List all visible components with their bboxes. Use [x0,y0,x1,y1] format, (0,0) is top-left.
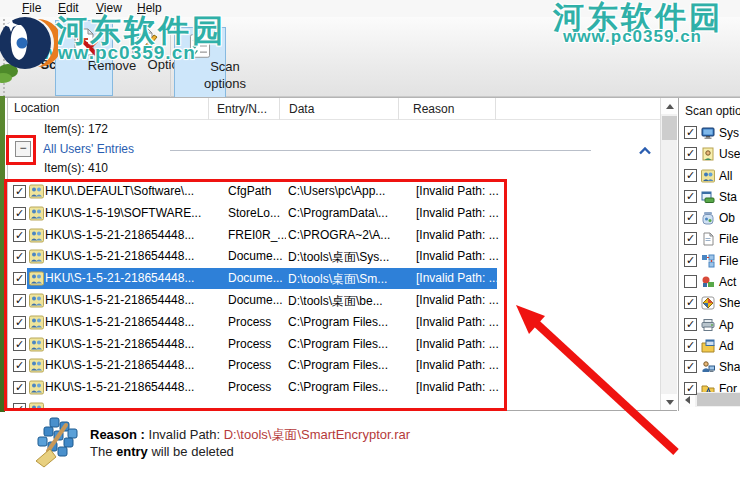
option-label: File [719,254,738,268]
option-checkbox[interactable]: ✓ [684,126,697,139]
column-location[interactable]: Location [14,101,202,115]
file-icon [701,232,715,246]
option-checkbox[interactable]: ✓ [684,382,697,395]
scan-option-item[interactable]: ✓She [679,293,740,314]
toolbar: Scan Remove Options Scan options [0,17,740,97]
row-entry-name: Process [228,380,286,394]
table-row[interactable]: ✓ [8,399,660,411]
row-checkbox[interactable]: ✓ [13,272,26,285]
row-checkbox[interactable]: ✓ [13,229,26,242]
row-location: HKU\S-1-5-21-218654448... [45,358,205,372]
action-text: will be deleted [151,444,233,459]
start-menu-icon [701,190,715,204]
scan-option-item[interactable]: ✓Use [679,144,740,165]
option-checkbox[interactable]: ✓ [684,147,697,160]
row-checkbox[interactable]: ✓ [13,316,26,329]
option-checkbox[interactable]: ✓ [684,169,697,182]
row-reason: [Invalid Path: ... [416,337,506,351]
row-location: HKU\S-1-5-19\SOFTWARE... [45,206,205,220]
scroll-up-button[interactable] [661,98,677,114]
row-checkbox[interactable]: ✓ [13,359,26,372]
registry-entry-icon [29,337,44,352]
app-icon [701,318,715,332]
options-button[interactable]: Options [116,20,170,96]
table-row[interactable]: ✓HKU\S-1-5-21-218654448...ProcessC:\Prog… [8,334,660,356]
row-entry-name: Docume... [228,249,286,263]
scrollbar-thumb[interactable] [662,116,677,140]
option-checkbox[interactable]: ✓ [684,296,697,309]
table-row[interactable]: ✓HKU\S-1-5-21-218654448...FREI0R_...C:\P… [8,225,660,247]
previous-group-count: Item(s): 172 [44,122,108,136]
menu-file[interactable]: File [16,1,47,15]
row-checkbox[interactable]: ✓ [13,338,26,351]
table-row[interactable]: ✓HKU\S-1-5-21-218654448...ProcessC:\Prog… [8,377,660,399]
remove-button[interactable]: Remove [55,20,113,96]
scan-option-item[interactable]: ✓All [679,166,740,187]
table-row[interactable]: ✓HKU\S-1-5-21-218654448...Docume...D:\to… [8,290,660,312]
scan-option-item[interactable]: ✓File [679,229,740,250]
row-checkbox[interactable]: ✓ [13,185,26,198]
registry-entry-icon [29,293,44,308]
row-data: C:\ProgramData\... [288,206,412,220]
registry-entry-icon [29,358,44,373]
option-checkbox[interactable]: ✓ [684,318,697,331]
row-data: C:\Program Files... [288,380,412,394]
option-checkbox[interactable]: ✓ [684,254,697,267]
menu-view[interactable]: View [90,1,128,15]
option-checkbox[interactable] [684,275,697,288]
row-data: C:\Program Files... [288,315,412,329]
scan-option-item[interactable]: ✓Sha [679,357,740,378]
scan-option-item[interactable]: Act [679,272,740,293]
menu-help[interactable]: Help [131,1,168,15]
option-checkbox[interactable]: ✓ [684,339,697,352]
option-checkbox[interactable]: ✓ [684,232,697,245]
row-checkbox[interactable]: ✓ [13,250,26,263]
scan-button[interactable]: Scan [8,20,56,96]
column-reason[interactable]: Reason [398,98,494,120]
scan-results-list: Location Entry/N... Data Reason Item(s):… [7,98,677,411]
row-checkbox[interactable]: ✓ [13,403,26,411]
chevron-up-icon[interactable] [639,144,651,158]
column-data[interactable]: Data [279,98,397,120]
group-collapse-button[interactable]: − [15,141,31,157]
add-remove-icon [701,339,715,353]
table-row[interactable]: ✓HKU\S-1-5-21-218654448...Docume...D:\to… [8,268,660,290]
scan-option-item[interactable]: ✓Sys [679,123,740,144]
option-checkbox[interactable]: ✓ [684,190,697,203]
row-reason: [Invalid Path: ... [416,184,506,198]
registry-entry-icon [29,402,44,411]
row-checkbox[interactable]: ✓ [13,294,26,307]
table-row[interactable]: ✓HKU\S-1-5-21-218654448...Docume...D:\to… [8,246,660,268]
scan-option-item[interactable]: ✓Ad [679,336,740,357]
row-location: HKU\.DEFAULT\Software\... [45,184,205,198]
scan-option-item[interactable]: ✓Ob [679,208,740,229]
scan-option-item[interactable]: ✓Sta [679,187,740,208]
group-count: Item(s): 410 [44,161,108,175]
users-icon [701,169,715,183]
row-checkbox[interactable]: ✓ [13,207,26,220]
option-checkbox[interactable]: ✓ [684,360,697,373]
row-reason: [Invalid Path: ... [416,271,506,285]
row-data: C:\Program Files... [288,358,412,372]
scan-option-item[interactable]: ✓Ap [679,315,740,336]
row-entry-name: CfgPath [228,184,286,198]
scrollbar-thumb[interactable] [697,393,740,406]
scroll-down-button[interactable] [661,394,677,410]
row-checkbox[interactable]: ✓ [13,381,26,394]
scan-option-item[interactable]: ✓File [679,251,740,272]
table-row[interactable]: ✓HKU\.DEFAULT\Software\...CfgPathC:\User… [8,181,660,203]
group-title[interactable]: All Users' Entries [43,142,134,156]
option-label: Sha [719,360,740,374]
column-entry[interactable]: Entry/N... [208,98,276,120]
registry-entry-icon [29,184,44,199]
table-row[interactable]: ✓HKU\S-1-5-21-218654448...ProcessC:\Prog… [8,312,660,334]
option-label: All [719,169,732,183]
status-reason-line: Reason : Invalid Path: D:\tools\桌面\Smart… [90,426,410,444]
option-checkbox[interactable]: ✓ [684,211,697,224]
scan-options-items: ✓Sys✓Use✓All✓Sta✓Ob✓File✓FileAct✓She✓Ap✓… [679,123,740,400]
vertical-scrollbar[interactable] [660,98,677,410]
menu-edit[interactable]: Edit [52,1,85,15]
table-row[interactable]: ✓HKU\S-1-5-21-218654448...ProcessC:\Prog… [8,355,660,377]
row-entry-name: Process [228,358,286,372]
table-row[interactable]: ✓HKU\S-1-5-19\SOFTWARE...StoreLo...C:\Pr… [8,203,660,225]
